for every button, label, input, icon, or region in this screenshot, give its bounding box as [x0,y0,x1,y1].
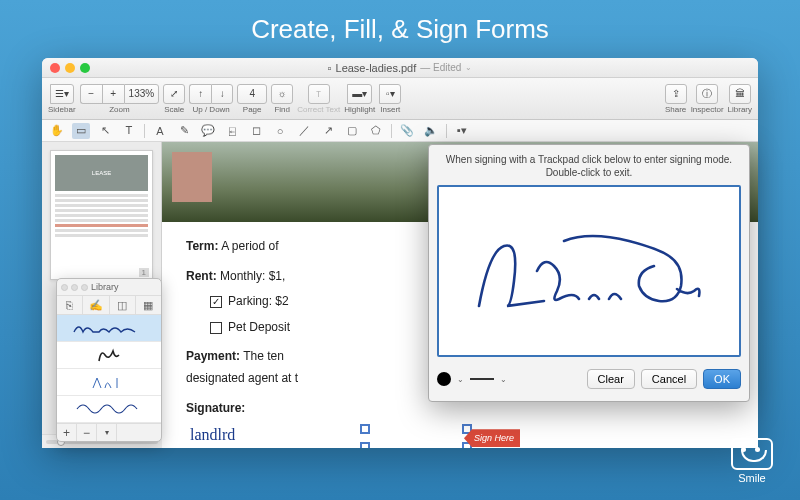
scale-group: ⤢ Scale [163,84,185,114]
dialog-footer: ⌄ ⌄ Clear Cancel OK [437,365,741,393]
tenant-sig-line[interactable]: Sign Here [366,425,466,448]
library-add-button[interactable]: + [57,424,77,441]
sidebar-label: Sidebar [48,105,76,114]
shape-tool-icon[interactable]: ◻ [247,123,265,139]
thumb-page-number: 1 [139,268,149,277]
zoom-value[interactable]: 133% [124,84,160,104]
page-field[interactable]: 4 [237,84,267,104]
zoom-in-button[interactable]: + [102,84,124,104]
hand-tool-icon[interactable]: ✋ [48,123,66,139]
link-tool-icon[interactable]: ⍇ [223,123,241,139]
lib-tab-shapes[interactable]: ◫ [110,296,136,314]
edited-indicator: — Edited [420,62,461,73]
page-up-button[interactable]: ↑ [189,84,211,104]
filename: Lease-ladies.pdf [336,62,417,74]
attach-tool-icon[interactable]: 📎 [398,123,416,139]
signature-item-1[interactable] [57,315,161,342]
landlord-signature: landlrd [190,421,235,448]
payment-label: Payment: [186,349,240,363]
ok-button[interactable]: OK [703,369,741,389]
pointer-tool-icon[interactable]: ↖ [96,123,114,139]
color-tool-icon[interactable]: ▪▾ [453,123,471,139]
poly-tool-icon[interactable]: ⬠ [367,123,385,139]
page-thumbnail[interactable]: LEASE 1 [50,150,153,280]
correct-group: т Correct Text [297,84,340,114]
rent-text: Monthly: $1, [217,269,286,283]
brand-name: Smile [722,472,782,484]
library-panel: Library ⎘ ✍ ◫ ▦ + − ▾ [56,278,162,442]
stroke-width-preview [470,378,494,380]
circle-tool-icon[interactable]: ○ [271,123,289,139]
parking-checkbox[interactable]: ✓ [210,296,222,308]
correct-label: Correct Text [297,105,340,114]
library-list [57,315,161,423]
smile-face-icon [731,438,773,470]
library-group: 🏛 Library [728,84,752,114]
comment-tool-icon[interactable]: 💬 [199,123,217,139]
updown-label: Up / Down [192,105,229,114]
rounded-tool-icon[interactable]: ▢ [343,123,361,139]
toolbar: ☰▾ Sidebar − + 133% Zoom ⤢ Scale ↑ ↓ Up … [42,78,758,120]
signature-item-3[interactable] [57,369,161,396]
rent-label: Rent: [186,269,217,283]
library-remove-button[interactable]: − [77,424,97,441]
inspector-button[interactable]: ⓘ [696,84,718,104]
arrow-tool-icon[interactable]: ↗ [319,123,337,139]
cancel-button[interactable]: Cancel [641,369,697,389]
inspector-group: ⓘ Inspector [691,84,724,114]
page-label: Page [243,105,262,114]
library-tabs: ⎘ ✍ ◫ ▦ [57,295,161,315]
pet-checkbox[interactable] [210,322,222,334]
scale-button[interactable]: ⤢ [163,84,185,104]
signature-item-4[interactable] [57,396,161,423]
color-dropdown-icon[interactable]: ⌄ [457,375,464,384]
library-button[interactable]: 🏛 [729,84,751,104]
signature-target-frame[interactable] [360,424,472,448]
library-titlebar[interactable]: Library [57,279,161,295]
tool-strip: ✋ ▭ ↖ Ꭲ A ✎ 💬 ⍇ ◻ ○ ／ ↗ ▢ ⬠ 📎 🔈 ▪▾ [42,120,758,142]
minimize-window-icon[interactable] [65,63,75,73]
text-select-tool-icon[interactable]: Ꭲ [120,123,138,139]
page-group: 4 Page [237,84,267,114]
titlebar: ▫ Lease-ladies.pdf — Edited ⌄ [42,58,758,78]
updown-group: ↑ ↓ Up / Down [189,84,233,114]
insert-label: Insert [380,105,400,114]
signature-row: landlrd Landlord Sign Here Tenant [186,425,734,448]
page-down-button[interactable]: ↓ [211,84,233,104]
parking-text: Parking: $2 [228,291,289,313]
library-dropdown-button[interactable]: ▾ [97,424,117,441]
correct-button[interactable]: т [308,84,330,104]
find-label: Find [274,105,290,114]
select-tool-icon[interactable]: ▭ [72,123,90,139]
sound-tool-icon[interactable]: 🔈 [422,123,440,139]
find-button[interactable]: ☼ [271,84,293,104]
line-tool-icon[interactable]: ／ [295,123,313,139]
signature-item-2[interactable] [57,342,161,369]
signature-canvas[interactable] [437,185,741,357]
note-tool-icon[interactable]: ✎ [175,123,193,139]
close-window-icon[interactable] [50,63,60,73]
sidebar-button[interactable]: ☰▾ [50,84,74,104]
scale-label: Scale [164,105,184,114]
stroke-color-picker[interactable] [437,372,451,386]
clear-button[interactable]: Clear [587,369,635,389]
library-title: Library [91,282,119,292]
lib-tab-images[interactable]: ▦ [136,296,161,314]
term-text: A period of [218,239,278,253]
insert-button[interactable]: ▫▾ [379,84,401,104]
zoom-window-icon[interactable] [80,63,90,73]
smile-logo: Smile [722,438,782,486]
highlight-button[interactable]: ▬▾ [347,84,372,104]
lib-tab-stamps[interactable]: ⎘ [57,296,83,314]
dropdown-icon[interactable]: ⌄ [465,63,472,72]
traffic-lights[interactable] [50,63,90,73]
share-button[interactable]: ⇪ [665,84,687,104]
signature-dialog: When signing with a Trackpad click below… [428,144,750,402]
share-label: Share [665,105,686,114]
stroke-dropdown-icon[interactable]: ⌄ [500,375,507,384]
hero-title: Create, Fill, & Sign Forms [0,0,800,55]
sidebar-group: ☰▾ Sidebar [48,84,76,114]
zoom-out-button[interactable]: − [80,84,102,104]
text-tool-icon[interactable]: A [151,123,169,139]
lib-tab-signatures[interactable]: ✍ [83,296,109,314]
